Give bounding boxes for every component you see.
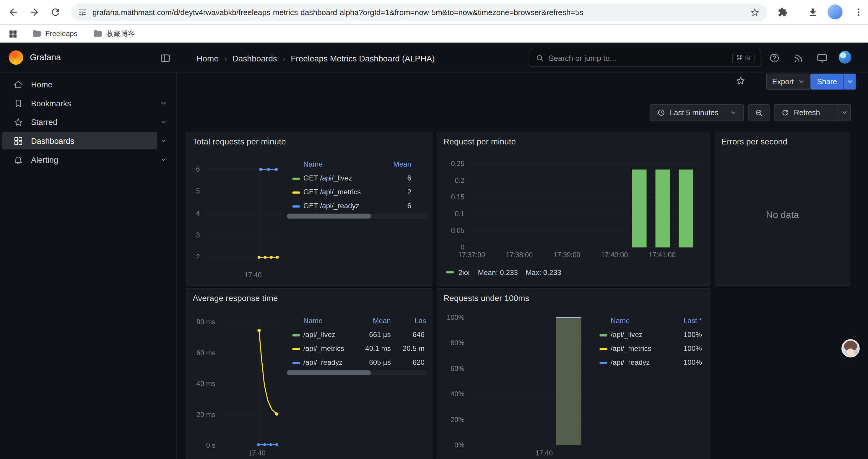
- legend-series-name[interactable]: GET /api/_readyz: [303, 201, 359, 210]
- screen: grafana.mathmast.com/d/deytv4rwavabkb/fr…: [0, 0, 868, 459]
- legend-col-name[interactable]: Name: [303, 317, 322, 325]
- legend-series-name[interactable]: /api/_livez: [303, 330, 335, 339]
- grafana-profile-avatar[interactable]: [839, 51, 851, 64]
- rss-icon: [793, 53, 804, 64]
- bookmark-item-blogs[interactable]: 收藏博客: [90, 27, 138, 40]
- share-menu-caret[interactable]: [844, 73, 856, 90]
- legend-mean-value: Mean: 0.233: [478, 268, 518, 276]
- no-data-message: No data: [715, 210, 850, 221]
- zoom-out-time-button[interactable]: [748, 104, 769, 121]
- breadcrumb-home[interactable]: Home: [196, 54, 219, 63]
- legend-series-name[interactable]: /api/_readyz: [611, 358, 650, 366]
- news-button[interactable]: [792, 52, 804, 64]
- chevron-down-icon[interactable]: [160, 100, 167, 107]
- legend-row: /api/_readyz 100%: [594, 356, 703, 370]
- series-color-dash: [292, 348, 300, 350]
- time-range-label: Last 5 minutes: [670, 108, 725, 117]
- panel-title[interactable]: Total requests per minute: [193, 137, 286, 146]
- legend-series-name[interactable]: 2xx: [458, 268, 469, 276]
- browser-back-button[interactable]: [6, 5, 21, 20]
- brand-title: Grafana: [30, 53, 61, 63]
- header-divider: [0, 72, 868, 73]
- sidebar-item-alerting[interactable]: Alerting: [0, 151, 176, 169]
- browser-forward-button[interactable]: [27, 5, 42, 20]
- refresh-interval-caret[interactable]: [838, 104, 850, 121]
- legend-series-mean: 6: [407, 201, 411, 210]
- legend-scrollbar[interactable]: [287, 214, 428, 219]
- panel-title[interactable]: Requests under 100ms: [443, 293, 529, 303]
- browser-menu-button[interactable]: [851, 5, 866, 20]
- refresh-button[interactable]: Refresh: [774, 104, 838, 121]
- kiosk-mode-button[interactable]: [816, 52, 828, 64]
- legend-series-name[interactable]: GET /api/_metrics: [303, 188, 361, 196]
- favorite-dashboard-star-icon[interactable]: [736, 76, 746, 86]
- scrollbar-thumb[interactable]: [287, 214, 371, 219]
- search-input[interactable]: [549, 54, 728, 62]
- panel-title[interactable]: Request per minute: [443, 137, 516, 146]
- chevron-down-icon[interactable]: [160, 137, 167, 144]
- legend-row: /api/_metrics 40.1 ms 20.5 m: [287, 342, 428, 356]
- sidebar-toggle-button[interactable]: [159, 52, 172, 64]
- legend-col-last[interactable]: Last *: [684, 317, 702, 325]
- bookmark-item-freeleaps[interactable]: Freeleaps: [29, 27, 81, 40]
- legend-series-name[interactable]: /api/_metrics: [611, 344, 651, 352]
- series-color-dash: [599, 362, 607, 364]
- breadcrumb: Home Dashboards Freeleaps Metrics Dashbo…: [196, 53, 435, 64]
- panel-average-response-time: Average response time 80 ms60 ms40 ms20 …: [186, 288, 433, 459]
- legend-series-name[interactable]: /api/_readyz: [303, 358, 343, 366]
- sidebar-item-bookmarks[interactable]: Bookmarks: [0, 94, 176, 112]
- site-info-icon[interactable]: [78, 8, 87, 17]
- help-button[interactable]: [769, 52, 780, 64]
- svg-text:17:40: 17:40: [248, 449, 266, 457]
- export-button[interactable]: Export: [766, 73, 811, 90]
- legend-series-name[interactable]: GET /api/_livez: [303, 174, 352, 182]
- search-bar[interactable]: ⌘+k: [529, 49, 761, 67]
- browser-profile-avatar[interactable]: [828, 4, 843, 20]
- legend-row: GET /api/_livez 6: [287, 172, 428, 186]
- time-range-picker[interactable]: Last 5 minutes: [650, 104, 744, 121]
- scrollbar-thumb[interactable]: [287, 370, 371, 375]
- share-label: Share: [810, 73, 843, 90]
- url-text: grafana.mathmast.com/d/deytv4rwavabkb/fr…: [92, 8, 744, 17]
- svg-text:20%: 20%: [451, 416, 464, 424]
- legend-col-last[interactable]: Las: [414, 317, 426, 325]
- sidebar-item-label: Bookmarks: [31, 99, 71, 107]
- panel-total-requests: Total requests per minute 6543217:40 Nam…: [186, 132, 433, 286]
- svg-text:60%: 60%: [451, 365, 464, 372]
- legend-series-name[interactable]: /api/_metrics: [303, 344, 344, 352]
- svg-text:5: 5: [196, 187, 200, 195]
- url-bar[interactable]: grafana.mathmast.com/d/deytv4rwavabkb/fr…: [71, 3, 767, 21]
- panel-title[interactable]: Errors per second: [721, 137, 787, 146]
- chevron-down-icon[interactable]: [160, 156, 167, 163]
- legend-col-mean[interactable]: Mean: [393, 160, 411, 168]
- extensions-button[interactable]: [776, 5, 790, 20]
- floating-assistant-avatar[interactable]: [841, 339, 860, 358]
- chevron-down-icon: [798, 78, 805, 85]
- bookmark-star-icon[interactable]: [749, 7, 760, 18]
- legend-col-mean[interactable]: Mean: [373, 317, 391, 325]
- legend-col-name[interactable]: Name: [303, 160, 322, 168]
- chevron-down-icon[interactable]: [160, 119, 167, 126]
- apps-grid-button[interactable]: [6, 27, 20, 41]
- downloads-button[interactable]: [805, 5, 820, 20]
- browser-reload-button[interactable]: [48, 5, 63, 20]
- breadcrumb-dashboards[interactable]: Dashboards: [219, 54, 277, 63]
- dashboards-grid-icon: [13, 136, 23, 146]
- svg-text:40%: 40%: [451, 390, 464, 398]
- svg-text:17:40:00: 17:40:00: [601, 251, 628, 259]
- share-button[interactable]: Share: [810, 73, 856, 90]
- folder-icon: [93, 29, 102, 38]
- legend-col-name[interactable]: Name: [611, 317, 630, 325]
- sidebar-item-home[interactable]: Home: [0, 75, 176, 94]
- panel-title[interactable]: Average response time: [193, 293, 278, 303]
- legend-series-mean: 661 µs: [369, 330, 391, 339]
- bookmark-icon: [13, 98, 23, 108]
- legend-series-last: 646: [412, 330, 425, 339]
- sidebar-item-dashboards[interactable]: Dashboards: [0, 132, 176, 150]
- legend-scrollbar[interactable]: [287, 370, 428, 375]
- legend-row: /api/_metrics 100%: [594, 342, 703, 356]
- legend-series-name[interactable]: /api/_livez: [611, 330, 643, 339]
- sidebar-item-starred[interactable]: Starred: [0, 113, 176, 131]
- legend-table: Name Last * /api/_livez 100% /api/_metri…: [594, 314, 703, 369]
- grafana-logo[interactable]: [9, 51, 23, 65]
